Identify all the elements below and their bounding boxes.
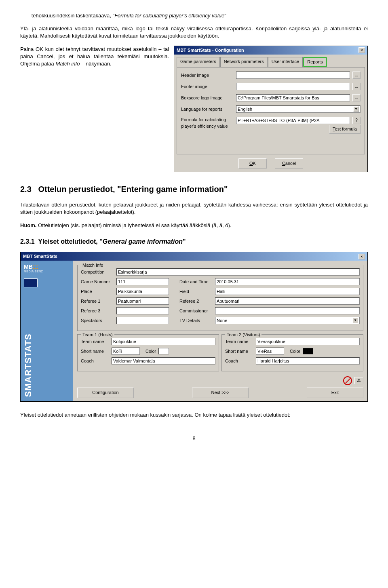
- subsection-title-plain: Yleiset ottelutiedot, ": [38, 238, 103, 245]
- team1-coach-input[interactable]: [112, 357, 215, 365]
- bullet-text-italic: Formula for calculating player's efficie…: [114, 13, 224, 19]
- formula-help-button[interactable]: ?: [352, 117, 361, 124]
- tab-game-parameters[interactable]: Game parameters: [177, 57, 220, 67]
- referee3-input[interactable]: [116, 307, 169, 314]
- team2-group: Team 2 (Visitors) Team name Short name C…: [221, 334, 363, 371]
- sidebar-vertical-text: SMARTSTATS: [22, 297, 35, 397]
- place-input[interactable]: [116, 288, 169, 295]
- spectators-input[interactable]: [116, 317, 169, 324]
- section-title: Ottelun perustiedot, "Entering game info…: [38, 185, 228, 194]
- smartstats-dialog: MBT SmartStats × MB::: MEDIA BENZ SMARTS…: [20, 252, 368, 402]
- team2-color-swatch[interactable]: [303, 348, 313, 354]
- dialog-main: Match Info Competition Game Number Date …: [73, 261, 367, 401]
- page-number: 8: [20, 435, 368, 442]
- forbidden-icon: [343, 376, 352, 385]
- tab-panel: Header image ... Footer image ... Boxsco…: [177, 67, 365, 154]
- spectators-label: Spectators: [81, 318, 114, 324]
- team2-short-label: Short name: [225, 348, 253, 354]
- team2-name-label: Team name: [225, 339, 253, 345]
- referee2-input[interactable]: [215, 297, 360, 305]
- team2-name-input[interactable]: [256, 338, 360, 345]
- team2-coach-input[interactable]: [256, 357, 360, 365]
- team1-color-label: Color: [146, 348, 156, 354]
- header-image-label: Header image: [181, 72, 234, 78]
- bullet-text-plain-end: ": [224, 13, 226, 19]
- tab-user-interface[interactable]: User interface: [268, 57, 303, 67]
- paragraph-1: Ylä- ja alatunnisteella voidaan määrittä…: [20, 25, 368, 40]
- boxscore-image-browse-button[interactable]: ...: [352, 94, 361, 101]
- boxscore-image-input[interactable]: [236, 94, 350, 101]
- dialog-title: MBT SmartStats - Configuration: [177, 47, 244, 53]
- tv-details-select[interactable]: None ▼: [215, 317, 360, 324]
- subsection-title-plain-end: ": [183, 238, 186, 245]
- footer-image-input[interactable]: [236, 83, 350, 90]
- printer-icon[interactable]: 🖶: [354, 377, 363, 384]
- tab-network-parameters[interactable]: Network parameters: [220, 57, 268, 67]
- game-number-label: Game Number: [81, 279, 114, 285]
- language-select-value: English: [238, 106, 252, 112]
- configuration-dialog: MBT SmartStats - Configuration × Game pa…: [174, 46, 368, 173]
- test-formula-rest: est formula: [335, 126, 357, 131]
- commissioner-label: Commissioner: [179, 308, 213, 314]
- competition-input[interactable]: [116, 268, 360, 276]
- close-icon[interactable]: ×: [358, 47, 365, 53]
- header-image-input[interactable]: [236, 72, 350, 79]
- date-time-label: Date and Time: [179, 279, 213, 285]
- header-image-browse-button[interactable]: ...: [352, 72, 361, 79]
- chevron-down-icon: ▼: [352, 318, 358, 323]
- section-heading-2-3-1: 2.3.1 Yleiset ottelutiedot, "General gam…: [20, 237, 368, 246]
- sidebar-vtxt-main: SMARTSTATS: [23, 334, 33, 397]
- referee2-label: Referee 2: [179, 298, 213, 304]
- team2-short-input[interactable]: [256, 348, 284, 355]
- paragraph-4: Yleiset ottelutiedot annetaan erillisten…: [20, 411, 368, 419]
- next-button[interactable]: Next >>>: [192, 388, 249, 398]
- cancel-button[interactable]: Cancel: [275, 158, 303, 169]
- tv-details-label: TV Details: [179, 318, 213, 324]
- tv-details-value: None: [217, 318, 227, 324]
- boxscore-image-label: Boxscore logo image: [181, 95, 234, 101]
- commissioner-input[interactable]: [215, 307, 360, 314]
- note-paragraph: Huom. Ottelutietojen (sis. pelaajat) nim…: [20, 222, 368, 229]
- chevron-down-icon: ▼: [353, 106, 359, 112]
- team1-short-input[interactable]: [112, 348, 140, 355]
- team1-legend: Team 1 (Hosts): [81, 332, 114, 338]
- team1-color-swatch[interactable]: [158, 348, 169, 354]
- note-text: Ottelutietojen (sis. pelaajat) nimissä j…: [36, 222, 231, 228]
- tab-strip: Game parameters Network parameters User …: [177, 57, 365, 67]
- referee3-label: Referee 3: [81, 308, 114, 314]
- test-formula-button[interactable]: Test formula: [329, 125, 361, 133]
- exit-button[interactable]: Exit: [307, 388, 363, 398]
- subsection-number: 2.3.1: [20, 238, 35, 245]
- team1-name-input[interactable]: [112, 338, 215, 345]
- team2-coach-label: Coach: [225, 358, 253, 364]
- field-input[interactable]: [215, 288, 360, 295]
- tab-reports[interactable]: Reports: [303, 57, 327, 67]
- date-time-input[interactable]: [215, 278, 360, 285]
- bullet-text-plain: tehokkuusindeksin laskentakaava, ": [32, 13, 115, 19]
- formula-input[interactable]: [236, 117, 350, 124]
- dash-marker: –: [23, 12, 30, 19]
- footer-image-label: Footer image: [181, 84, 234, 90]
- ok-button[interactable]: OK: [238, 158, 267, 169]
- language-select[interactable]: English ▼: [236, 105, 361, 113]
- mb-subtext: MEDIA BENZ: [24, 270, 43, 274]
- formula-label: Formula for calculating player's efficie…: [181, 117, 234, 129]
- configuration-button[interactable]: Configuration: [77, 388, 134, 398]
- team1-short-label: Short name: [81, 348, 109, 354]
- team1-name-label: Team name: [81, 339, 109, 345]
- paragraph-2c: näkymään.: [86, 61, 112, 67]
- referee1-input[interactable]: [116, 297, 169, 305]
- bullet-item: – tehokkuusindeksin laskentakaava, "Form…: [20, 12, 368, 19]
- section-heading-2-3: 2.3 Ottelun perustiedot, "Entering game …: [20, 183, 368, 195]
- language-label: Language for reports: [181, 106, 234, 112]
- match-info-group: Match Info Competition Game Number Date …: [77, 265, 363, 331]
- footer-image-browse-button[interactable]: ...: [352, 83, 361, 90]
- fiba-logo: [24, 278, 38, 287]
- paragraph-2b: Match info –: [55, 61, 84, 67]
- referee1-label: Referee 1: [81, 298, 114, 304]
- paragraph-2: Paina OK kun olet tehnyt tarvittavat muu…: [20, 46, 169, 68]
- close-icon[interactable]: ×: [358, 254, 365, 259]
- place-label: Place: [81, 289, 114, 295]
- game-number-input[interactable]: [116, 278, 169, 285]
- team1-coach-label: Coach: [81, 358, 109, 364]
